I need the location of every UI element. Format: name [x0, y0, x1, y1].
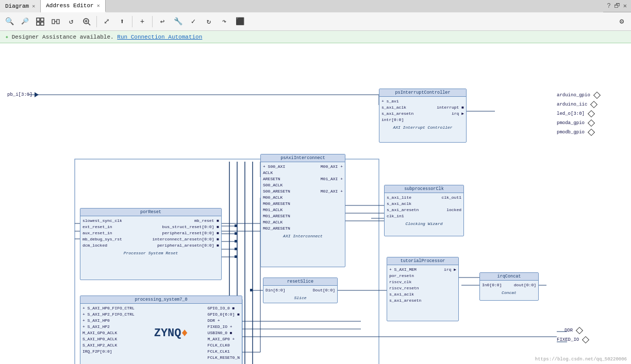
block-tutorialProcessor-title: tutorialProcessor	[387, 257, 458, 265]
svg-rect-56	[235, 240, 237, 242]
tab-diagram[interactable]: Diagram ✕	[0, 0, 41, 12]
port-ddr-diamond	[576, 327, 583, 334]
port-pmoda-gpio-diamond	[588, 119, 595, 127]
block-processingSystem[interactable]: processing_system7_0 + S_AXI_HP0_FIFO_CT…	[80, 296, 242, 364]
svg-rect-4	[52, 20, 55, 24]
svg-rect-0	[37, 18, 40, 21]
block-porReset[interactable]: porReset slowest_sync_clkmb_reset ■ ext_…	[80, 208, 222, 280]
debug-button[interactable]: ⬛	[233, 14, 247, 29]
port-arduino-gpio-diamond	[593, 92, 601, 99]
block-subprocessorClk-title: subprocessorClk	[385, 185, 463, 193]
block-processingSystem-content: + S_AXI_HP0_FIFO_CTRL + S_AXI_HP2_FIFO_C…	[80, 304, 242, 362]
port-arduino-iic: arduino_iic	[557, 102, 596, 107]
svg-rect-5	[57, 20, 59, 24]
validate-button[interactable]: ✓	[186, 14, 201, 29]
settings-button[interactable]: ⚙	[615, 14, 629, 29]
port-pmoda-gpio-label: pmoda_gpio	[557, 120, 585, 126]
block-psAxiInterconnect-subtitle: AXI Interconnect	[261, 233, 345, 239]
svg-rect-58	[235, 255, 237, 258]
block-resetSlice-title: resetSlice	[263, 278, 337, 286]
port-pmoda-gpio: pmoda_gpio	[557, 120, 594, 126]
block-resetSlice[interactable]: resetSlice Din[6:0]Dout[0:0] Slice	[263, 278, 338, 303]
svg-line-8	[88, 23, 90, 25]
tab-address-editor[interactable]: Address Editor ✕	[41, 0, 105, 12]
tab-address-editor-close[interactable]: ✕	[97, 3, 100, 9]
close-window-icon[interactable]: ✕	[623, 2, 627, 10]
tab-diagram-label: Diagram	[5, 3, 29, 9]
block-porReset-subtitle: Processor System Reset	[80, 250, 221, 256]
help-icon[interactable]: ?	[607, 3, 611, 10]
refresh-button[interactable]: ↺	[64, 14, 78, 29]
rotate-button[interactable]: ↷	[217, 14, 231, 29]
tab-address-editor-label: Address Editor	[46, 3, 93, 9]
block-irqConcat-content: In0[0:0]dout[0:0]	[480, 281, 538, 290]
port-pmodb-gpio-label: pmodb_gpio	[557, 130, 585, 135]
block-resetSlice-subtitle: Slice	[263, 295, 337, 301]
svg-rect-1	[41, 18, 44, 21]
wrench-button[interactable]: 🔧	[171, 14, 185, 29]
sep1	[96, 16, 97, 27]
svg-rect-61	[250, 289, 253, 291]
tab-bar: Diagram ✕ Address Editor ✕ ? 🗗 ✕	[0, 0, 631, 12]
block-subprocessorClk-subtitle: Clocking Wizard	[385, 221, 463, 227]
watermark: https://blog.csdn.net/qq_50220006	[535, 357, 627, 362]
assistant-banner: ✦ Designer Assistance available. Run Con…	[0, 31, 631, 43]
zoom-in-button[interactable]: 🔍	[2, 14, 16, 29]
block-irqConcat-subtitle: Concat	[480, 290, 538, 296]
port-arduino-gpio-label: arduino_gpio	[557, 93, 590, 98]
block-psAxiInterconnect-content: + S00_AXIM00_AXI + ACLK ARESETNM01_AXI +…	[261, 162, 345, 233]
block-psAxiInterconnect-title: psAxiInterconnect	[261, 154, 345, 162]
expand-button[interactable]: ⤢	[99, 14, 114, 29]
port-led-o-label: led_o[3:0]	[557, 111, 585, 116]
wand-icon: ✦	[5, 33, 9, 40]
svg-rect-57	[235, 248, 237, 250]
toolbar: 🔍 🔎 ↺ ⤢ ⬆ + ↩ 🔧 ✓ ↻ ↷ ⬛ ⚙	[0, 12, 631, 31]
block-irqConcat-title: irqConcat	[480, 273, 538, 281]
port-fixed-io-label: FIXED_IO	[557, 337, 579, 342]
block-resetSlice-content: Din[6:0]Dout[0:0]	[263, 286, 337, 295]
auto-connect-button[interactable]	[48, 14, 63, 29]
port-fixed-io: FIXED_IO	[557, 337, 588, 342]
zoom-out-button[interactable]: 🔎	[18, 14, 32, 29]
port-ddr: DDR	[564, 328, 582, 333]
block-psInterrupt-subtitle: AXI Interrupt Controller	[379, 125, 466, 130]
toolbar-right: ⚙	[615, 14, 629, 29]
add-button[interactable]: +	[135, 14, 150, 29]
block-irqConcat[interactable]: irqConcat In0[0:0]dout[0:0] Concat	[479, 272, 539, 301]
canvas-area[interactable]: pb_i[3:0] psInterruptController + s_avi …	[0, 43, 631, 364]
restore-icon[interactable]: 🗗	[614, 2, 620, 10]
block-porReset-title: porReset	[80, 209, 221, 216]
port-ddr-label: DDR	[564, 328, 573, 333]
zoom-area-button[interactable]	[79, 14, 94, 29]
port-pb-i-arrow	[35, 92, 39, 97]
block-tutorialProcessor[interactable]: tutorialProcessor + S_AXI_MEMirq ▶ por_r…	[387, 257, 459, 321]
tab-diagram-close[interactable]: ✕	[32, 3, 35, 9]
sep2	[132, 16, 132, 27]
run-connection-automation-link[interactable]: Run Connection Automation	[117, 34, 202, 40]
port-arduino-iic-label: arduino_iic	[557, 102, 587, 107]
align-up-button[interactable]: ⬆	[115, 14, 129, 29]
port-led-o: led_o[3:0]	[557, 111, 594, 116]
fit-window-button[interactable]	[33, 14, 47, 29]
port-arduino-gpio: arduino_gpio	[557, 93, 600, 98]
port-pmodb-gpio: pmodb_gpio	[557, 130, 594, 135]
block-porReset-content: slowest_sync_clkmb_reset ■ ext_reset_inb…	[80, 216, 221, 250]
undo-button[interactable]: ↩	[155, 14, 170, 29]
port-arduino-iic-diamond	[590, 101, 597, 108]
block-psInterrupt-content: + s_avi s_axi_aclkinterrupt ■ s_axi_ares…	[379, 97, 466, 125]
block-processingSystem-title: processing_system7_0	[80, 296, 242, 304]
regenerate-button[interactable]: ↻	[202, 14, 216, 29]
block-psAxiInterconnect[interactable]: psAxiInterconnect + S00_AXIM00_AXI + ACL…	[260, 154, 345, 267]
svg-rect-2	[37, 22, 40, 25]
block-psInterrupt-title: psInterruptController	[379, 89, 466, 97]
svg-rect-54	[235, 224, 237, 227]
port-pb-i: pb_i[3:0]	[7, 92, 39, 97]
svg-rect-55	[235, 232, 237, 235]
port-pb-i-label: pb_i[3:0]	[7, 92, 32, 97]
block-tutorialProcessor-content: + S_AXI_MEMirq ▶ por_resetn riscv_clk ri…	[387, 265, 458, 305]
port-pmodb-gpio-diamond	[588, 129, 595, 136]
assistant-text: Designer Assistance available.	[12, 34, 114, 40]
block-subprocessorClk[interactable]: subprocessorClk s_axi_liteclk_out1 s_axi…	[384, 185, 464, 236]
block-psInterruptController[interactable]: psInterruptController + s_avi s_axi_aclk…	[379, 89, 467, 143]
svg-rect-3	[41, 22, 44, 25]
